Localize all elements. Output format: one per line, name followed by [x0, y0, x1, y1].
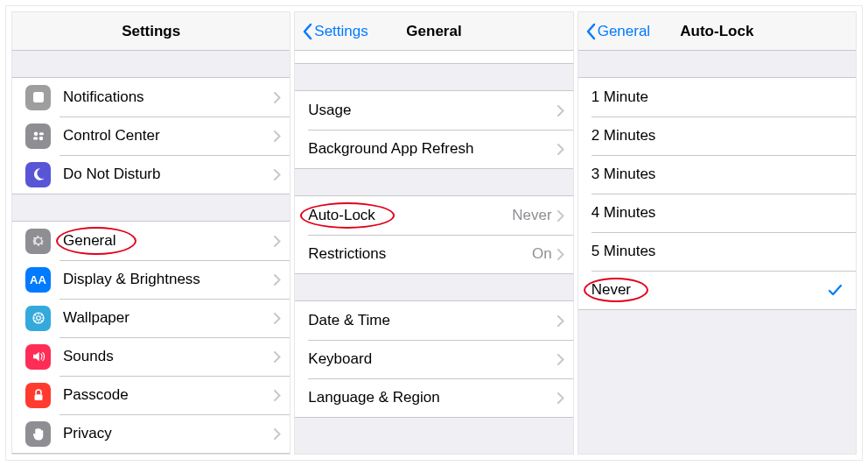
- option-label: 2 Minutes: [592, 127, 847, 145]
- row-sounds[interactable]: Sounds: [12, 337, 290, 376]
- option-4-minutes[interactable]: 4 Minutes: [578, 194, 856, 232]
- row-label: Background App Refresh: [308, 140, 556, 158]
- option-2-minutes[interactable]: 2 Minutes: [578, 116, 856, 155]
- general-panel: Settings General Usage Background App Re…: [294, 11, 573, 455]
- moon-icon: [25, 162, 51, 187]
- row-privacy[interactable]: Privacy: [12, 414, 290, 453]
- nav-bar: Settings General: [295, 12, 572, 51]
- row-value: On: [532, 245, 552, 263]
- row-label: Privacy: [63, 425, 274, 442]
- option-label: 4 Minutes: [592, 204, 847, 222]
- chevron-right-icon: [274, 131, 281, 142]
- back-button[interactable]: General: [585, 23, 650, 40]
- gear-icon: [25, 229, 51, 254]
- chevron-right-icon: [557, 210, 564, 222]
- chevron-right-icon: [557, 144, 564, 155]
- display-icon: AA: [25, 267, 51, 293]
- row-keyboard[interactable]: Keyboard: [295, 340, 572, 378]
- general-group-1: Usage Background App Refresh: [295, 90, 572, 169]
- svg-point-3: [38, 137, 43, 141]
- general-group-2: Auto-Lock Never Restrictions On: [295, 195, 572, 274]
- chevron-right-icon: [557, 105, 564, 116]
- chevron-right-icon: [274, 92, 281, 103]
- chevron-left-icon: [585, 23, 596, 40]
- chevron-right-icon: [274, 274, 281, 286]
- row-restrictions[interactable]: Restrictions On: [295, 235, 572, 273]
- row-label: Date & Time: [308, 312, 556, 329]
- row-label: Keyboard: [308, 350, 556, 368]
- chevron-right-icon: [274, 428, 281, 440]
- row-label: Auto-Lock: [308, 207, 512, 224]
- settings-group-1: Notifications Control Center Do Not Dist…: [12, 77, 290, 194]
- back-button[interactable]: Settings: [302, 23, 368, 40]
- row-label: Control Center: [63, 127, 274, 145]
- chevron-right-icon: [557, 315, 564, 327]
- row-label: Display & Brightness: [63, 271, 274, 288]
- chevron-right-icon: [274, 236, 281, 247]
- option-label: Never: [592, 281, 829, 299]
- option-label: 1 Minute: [592, 88, 847, 106]
- svg-rect-7: [34, 394, 42, 400]
- row-language-region[interactable]: Language & Region: [295, 378, 572, 417]
- row-label: Notifications: [63, 88, 274, 106]
- row-label: Restrictions: [308, 245, 532, 263]
- option-1-minute[interactable]: 1 Minute: [578, 78, 856, 116]
- svg-rect-2: [38, 132, 43, 135]
- chevron-right-icon: [557, 392, 564, 404]
- row-label: Language & Region: [308, 389, 556, 406]
- nav-title: Settings: [12, 23, 290, 40]
- row-label: Passcode: [63, 386, 274, 404]
- lock-icon: [25, 383, 51, 408]
- nav-bar: Settings: [12, 12, 290, 51]
- option-never[interactable]: Never: [578, 271, 856, 309]
- row-dnd[interactable]: Do Not Disturb: [12, 155, 290, 194]
- chevron-right-icon: [274, 390, 281, 401]
- row-label: Usage: [308, 102, 556, 119]
- chevron-left-icon: [302, 23, 312, 40]
- option-3-minutes[interactable]: 3 Minutes: [578, 155, 856, 194]
- row-label: General: [63, 232, 274, 250]
- option-label: 3 Minutes: [592, 166, 847, 183]
- chevron-right-icon: [274, 169, 281, 180]
- hand-icon: [25, 421, 51, 447]
- option-label: 5 Minutes: [592, 243, 847, 260]
- notifications-icon: [25, 85, 51, 110]
- row-label: Do Not Disturb: [63, 166, 274, 183]
- svg-rect-0: [33, 92, 44, 102]
- row-display[interactable]: AA Display & Brightness: [12, 260, 290, 299]
- wallpaper-icon: [25, 306, 51, 331]
- row-control-center[interactable]: Control Center: [12, 116, 290, 155]
- row-wallpaper[interactable]: Wallpaper: [12, 299, 290, 337]
- chevron-right-icon: [557, 354, 564, 365]
- speaker-icon: [25, 344, 51, 370]
- row-date-time[interactable]: Date & Time: [295, 301, 572, 340]
- auto-lock-options: 1 Minute 2 Minutes 3 Minutes 4 Minutes 5…: [578, 77, 856, 310]
- option-5-minutes[interactable]: 5 Minutes: [578, 232, 856, 271]
- settings-group-2: General AA Display & Brightness Wallpape…: [12, 221, 290, 454]
- row-general[interactable]: General: [12, 222, 290, 260]
- general-group-3: Date & Time Keyboard Language & Region: [295, 300, 572, 418]
- svg-point-1: [33, 132, 38, 137]
- row-auto-lock[interactable]: Auto-Lock Never: [295, 196, 572, 235]
- row-passcode[interactable]: Passcode: [12, 376, 290, 414]
- back-label: General: [598, 23, 650, 40]
- nav-bar: General Auto-Lock: [578, 12, 856, 51]
- chevron-right-icon: [274, 351, 281, 363]
- settings-panel: Settings Notifications Control Center: [11, 11, 290, 455]
- chevron-right-icon: [557, 249, 564, 260]
- auto-lock-panel: General Auto-Lock 1 Minute 2 Minutes 3 M…: [578, 11, 857, 455]
- row-label: Sounds: [63, 348, 274, 365]
- back-label: Settings: [314, 23, 368, 40]
- control-center-icon: [25, 124, 51, 149]
- row-bg-refresh[interactable]: Background App Refresh: [295, 130, 572, 168]
- row-notifications[interactable]: Notifications: [12, 78, 290, 116]
- row-usage[interactable]: Usage: [295, 91, 572, 130]
- checkmark-icon: [829, 285, 842, 296]
- svg-point-6: [36, 316, 40, 321]
- row-value: Never: [512, 207, 551, 224]
- chevron-right-icon: [274, 313, 281, 324]
- row-label: Wallpaper: [63, 309, 274, 327]
- svg-rect-4: [33, 138, 38, 140]
